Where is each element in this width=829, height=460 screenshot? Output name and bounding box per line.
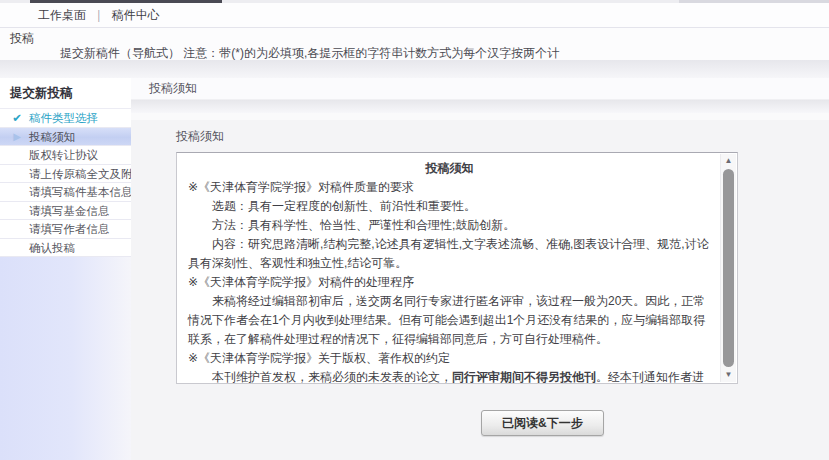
notice-paragraph: 选题：具有一定程度的创新性、前沿性和重要性。 bbox=[188, 197, 711, 216]
section-gap bbox=[131, 113, 829, 120]
page-title: 投稿须知 bbox=[131, 78, 829, 99]
sidebar-title: 提交新投稿 bbox=[0, 78, 131, 108]
nav-workspace-link[interactable]: 工作桌面 bbox=[38, 7, 86, 24]
notice-paragraph: 方法：具有科学性、恰当性、严谨性和合理性;鼓励创新。 bbox=[188, 216, 711, 235]
read-and-next-button[interactable]: 已阅读&下一步 bbox=[481, 410, 604, 436]
sidebar-step-1[interactable]: ✔稿件类型选择 bbox=[0, 109, 131, 128]
notice-paragraph: ※《天津体育学院学报》对稿件的处理程序 bbox=[188, 273, 711, 292]
notice-box[interactable]: 投稿须知※《天津体育学院学报》对稿件质量的要求选题：具有一定程度的创新性、前沿性… bbox=[176, 152, 738, 384]
sidebar-step-7[interactable]: 请填写作者信息 bbox=[0, 220, 131, 239]
required-fields-note: 提交新稿件（导航式） 注意：带(*)的为必填项,各提示框的字符串计数方式为每个汉… bbox=[10, 46, 829, 61]
button-row: 已阅读&下一步 bbox=[131, 410, 829, 436]
sidebar-step-8[interactable]: 确认投稿 bbox=[0, 239, 131, 258]
sidebar-step-label: 请上传原稿全文及附件 bbox=[29, 168, 131, 180]
sidebar-step-label: 稿件类型选择 bbox=[29, 112, 98, 124]
window-top-strip bbox=[0, 0, 829, 3]
sidebar-step-label: 请填写作者信息 bbox=[29, 223, 110, 235]
sidebar-background bbox=[0, 257, 131, 460]
notice-text: 投稿须知※《天津体育学院学报》对稿件质量的要求选题：具有一定程度的创新性、前沿性… bbox=[177, 153, 737, 383]
notice-paragraph: ※《天津体育学院学报》关于版权、著作权的约定 bbox=[188, 349, 711, 368]
sidebar-step-label: 请填写基金信息 bbox=[29, 205, 110, 217]
arrow-right-icon: ▶ bbox=[9, 128, 25, 147]
main-panel: 投稿须知 投稿须知 投稿须知※《天津体育学院学报》对稿件质量的要求选题：具有一定… bbox=[131, 78, 829, 460]
scrollbar-thumb[interactable] bbox=[723, 169, 734, 367]
nav-separator: ｜ bbox=[93, 7, 105, 24]
notice-paragraph: ※《天津体育学院学报》对稿件质量的要求 bbox=[188, 178, 711, 197]
sidebar-step-2[interactable]: ▶投稿须知 bbox=[0, 128, 131, 147]
sidebar-step-3[interactable]: 版权转让协议 bbox=[0, 146, 131, 165]
notice-form-section: 投稿须知 投稿须知※《天津体育学院学报》对稿件质量的要求选题：具有一定程度的创新… bbox=[131, 120, 829, 460]
notice-scrollbar[interactable]: ▲ ▼ bbox=[720, 154, 736, 382]
notice-field-label: 投稿须知 bbox=[131, 120, 829, 152]
top-strip-segment bbox=[679, 0, 829, 3]
wizard-sidebar: 提交新投稿 ✔稿件类型选择▶投稿须知版权转让协议请上传原稿全文及附件请填写稿件基… bbox=[0, 78, 131, 460]
sidebar-step-label: 投稿须知 bbox=[29, 131, 75, 143]
notice-paragraph: 来稿将经过编辑部初审后，送交两名同行专家进行匿名评审，该过程一般为20天。因此，… bbox=[188, 292, 711, 349]
section-gradient-bar bbox=[131, 99, 829, 113]
nav-manuscript-center-link[interactable]: 稿件中心 bbox=[112, 7, 160, 24]
sidebar-step-label: 请填写稿件基本信息 bbox=[29, 186, 131, 198]
sidebar-step-label: 版权转让协议 bbox=[29, 149, 98, 161]
check-icon: ✔ bbox=[9, 109, 25, 128]
notice-paragraph: 内容：研究思路清晰,结构完整,论述具有逻辑性,文字表述流畅、准确,图表设计合理、… bbox=[188, 235, 711, 273]
breadcrumb: 投稿 bbox=[10, 31, 829, 46]
sidebar-step-6[interactable]: 请填写基金信息 bbox=[0, 202, 131, 221]
notice-paragraph: 本刊维护首发权，来稿必须的未发表的论文，同行评审期间不得另投他刊。经本刊通知作者… bbox=[188, 368, 711, 383]
sidebar-step-label: 确认投稿 bbox=[29, 242, 75, 254]
header-gradient-band bbox=[0, 60, 829, 78]
scroll-down-icon[interactable]: ▼ bbox=[721, 368, 736, 382]
content-area: 提交新投稿 ✔稿件类型选择▶投稿须知版权转让协议请上传原稿全文及附件请填写稿件基… bbox=[0, 78, 829, 460]
submission-subheader: 投稿 提交新稿件（导航式） 注意：带(*)的为必填项,各提示框的字符串计数方式为… bbox=[0, 28, 829, 60]
sidebar-step-4[interactable]: 请上传原稿全文及附件 bbox=[0, 165, 131, 184]
browser-tab-remnant bbox=[30, 0, 222, 3]
scroll-up-icon[interactable]: ▲ bbox=[721, 154, 736, 168]
sidebar-step-5[interactable]: 请填写稿件基本信息 bbox=[0, 183, 131, 202]
notice-paragraph: 投稿须知 bbox=[188, 159, 711, 178]
workspace-nav-bar: 工作桌面 ｜ 稿件中心 bbox=[0, 3, 829, 28]
wizard-steps: ✔稿件类型选择▶投稿须知版权转让协议请上传原稿全文及附件请填写稿件基本信息请填写… bbox=[0, 108, 131, 257]
